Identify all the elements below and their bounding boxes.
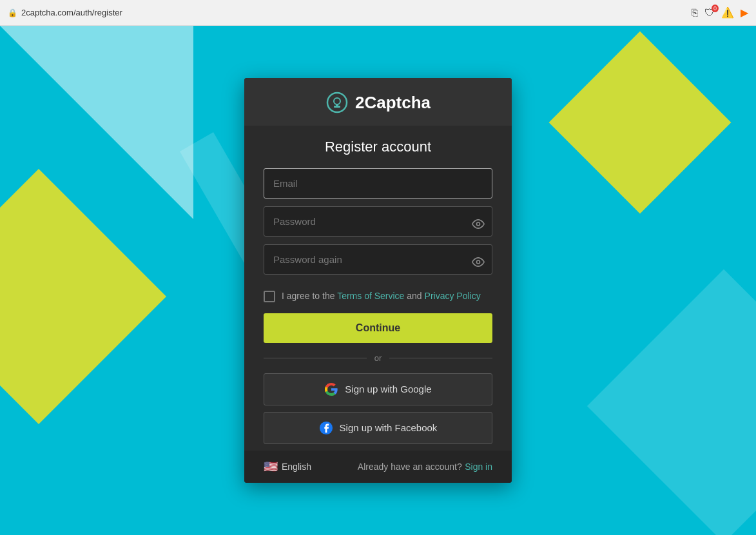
signin-prompt: Already have an account? (358, 462, 462, 472)
browser-bar: 🔒 2captcha.com/auth/register ⎘ 🛡0 ⚠️ ▶ (0, 0, 756, 26)
divider-right (389, 358, 492, 358)
browser-icons: ⎘ 🛡0 ⚠️ ▶ (692, 6, 748, 19)
svg-point-5 (477, 260, 480, 264)
share-icon[interactable]: ⎘ (692, 7, 698, 19)
browser-url: 2captcha.com/auth/register (21, 8, 692, 17)
logo-text: 2Captcha (355, 93, 431, 113)
svg-rect-3 (334, 106, 340, 108)
card-header: 2Captcha (244, 78, 512, 126)
register-card: 2Captcha Register account (244, 78, 512, 483)
divider-row: or (264, 353, 492, 363)
signin-area: Already have an account? Sign in (358, 461, 492, 472)
page-content: 2Captcha Register account (0, 26, 756, 535)
terms-row: I agree to the Terms of Service and Priv… (264, 290, 492, 303)
terms-text: I agree to the Terms of Service and Priv… (282, 290, 481, 303)
email-input[interactable] (264, 168, 492, 199)
continue-button[interactable]: Continue (264, 313, 492, 343)
language-selector[interactable]: 🇺🇸 English (264, 460, 311, 474)
google-signup-button[interactable]: Sign up with Google (264, 373, 492, 405)
card-body: Register account (244, 126, 512, 444)
warning-icon: ⚠️ (721, 6, 734, 19)
divider-or: or (374, 353, 382, 363)
password-eye-icon[interactable] (472, 217, 485, 233)
svg-point-0 (327, 93, 347, 112)
password-input[interactable] (264, 206, 492, 237)
facebook-icon (319, 421, 333, 435)
extensions-icon[interactable]: 🛡0 (704, 7, 715, 19)
flag-icon: 🇺🇸 (264, 460, 278, 474)
password-wrapper (264, 206, 492, 244)
card-footer: 🇺🇸 English Already have an account? Sign… (244, 451, 512, 483)
extension-icon: ▶ (741, 6, 748, 19)
facebook-signup-label: Sign up with Facebook (340, 422, 438, 433)
terms-checkbox[interactable] (264, 291, 275, 302)
svg-point-1 (334, 98, 340, 104)
privacy-policy-link[interactable]: Privacy Policy (425, 291, 481, 301)
password-again-input[interactable] (264, 244, 492, 275)
google-signup-label: Sign up with Google (345, 384, 431, 394)
divider-left (264, 358, 367, 358)
password-again-wrapper (264, 244, 492, 282)
language-label: English (282, 462, 311, 472)
browser-lock-icon: 🔒 (8, 8, 17, 17)
svg-point-4 (477, 222, 480, 226)
email-wrapper (264, 168, 492, 206)
signin-link[interactable]: Sign in (465, 462, 492, 472)
facebook-signup-button[interactable]: Sign up with Facebook (264, 412, 492, 444)
register-title: Register account (264, 139, 492, 155)
logo-icon (325, 91, 349, 114)
terms-of-service-link[interactable]: Terms of Service (337, 291, 404, 301)
password-again-eye-icon[interactable] (472, 255, 485, 271)
google-icon (324, 382, 338, 396)
